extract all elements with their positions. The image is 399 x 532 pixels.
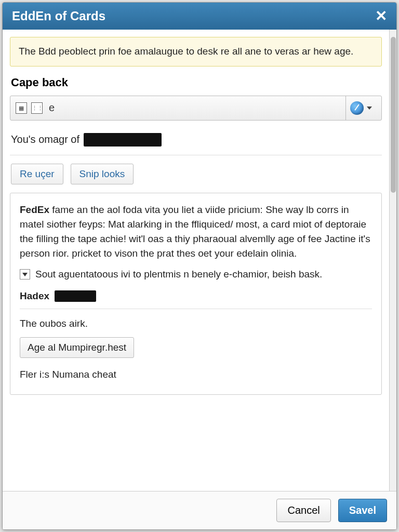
panel-paragraph: FedEx fame an the aol foda vita you liet… [20,203,372,261]
tab-re-ucer[interactable]: Re uçer [11,164,63,184]
close-icon[interactable]: ✕ [375,9,387,23]
cancel-button[interactable]: Cancel [276,499,330,522]
save-button[interactable]: Savel [338,499,387,522]
dialog-titlebar: EddEn of Cards ✕ [3,3,396,30]
section-title: Cape back [11,76,381,89]
dialog-content: The Bdd peoblect prin foe amalaugue to d… [3,30,389,491]
hadex-heading: Hadex [20,289,372,303]
checkbox-row[interactable]: Sout aguentatoous ivi to plentmis n bene… [20,267,372,282]
scrollbar[interactable] [389,30,396,491]
age-button[interactable]: Age al Mumpiregr.hest [20,337,134,358]
content-panel: FedEx fame an the aol foda vita you liet… [10,193,382,395]
editor-toolbar: ▦ ⋮⋮ e [10,96,382,121]
notice-text: The Bdd peoblect prin foe amalaugue to d… [19,46,353,57]
compass-icon [350,101,364,115]
divider [20,309,372,309]
redacted-value [84,133,162,147]
panel-paragraph-rest: fame an the aol foda vita you liet a vii… [20,204,370,259]
dialog-body: The Bdd peoblect prin foe amalaugue to d… [3,30,396,491]
tab-row: Re uçer Snip looks [10,155,382,193]
tab-snip-looks[interactable]: Snip looks [71,164,134,184]
dots-icon[interactable]: ⋮⋮ [31,102,43,114]
info-prefix: You's omagr of [11,134,79,145]
dialog-footer: Cancel Savel [3,491,396,529]
e-icon[interactable]: e [49,102,55,114]
fler-text: Fler i:s Numana cheat [20,367,372,382]
scrollbar-thumb[interactable] [391,37,396,193]
info-line: You's omagr of [10,130,382,155]
panel-bold-lead: FedEx [20,204,49,215]
toolbar-split-button[interactable] [345,96,376,120]
dialog-title: EddEn of Cards [12,9,105,23]
grid-icon[interactable]: ▦ [16,102,27,114]
notice-banner: The Bdd peoblect prin foe amalaugue to d… [10,37,382,66]
oubos-text: The oubos airk. [20,316,372,331]
dropdown-caret-icon [20,269,30,280]
checkbox-label: Sout aguentatoous ivi to plentmis n bene… [35,267,322,282]
dialog: EddEn of Cards ✕ The Bdd peoblect prin f… [2,2,397,530]
hadex-label: Hadex [20,289,49,303]
redacted-small [55,290,96,302]
chevron-down-icon [367,107,372,110]
